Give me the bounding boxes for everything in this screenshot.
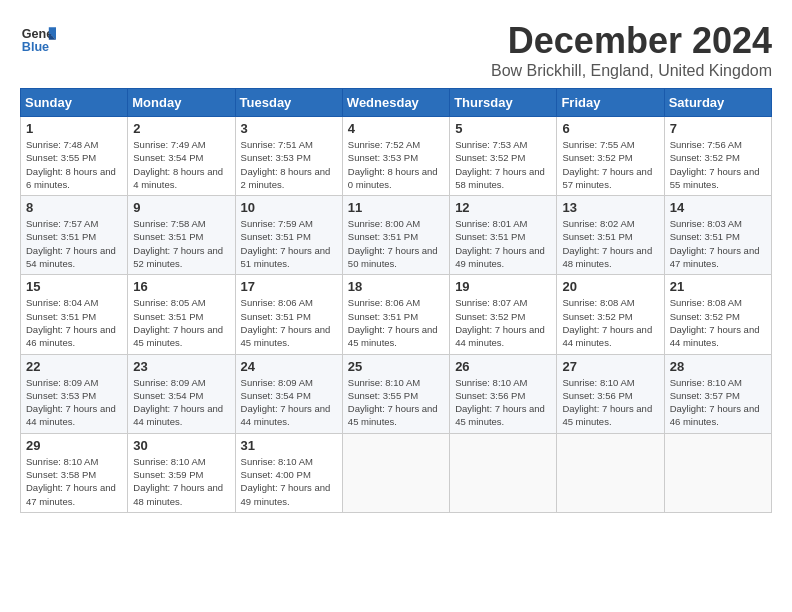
logo: General Blue <box>20 20 56 56</box>
sunset-label: Sunset: 3:52 PM <box>670 311 740 322</box>
calendar-cell: 31 Sunrise: 8:10 AM Sunset: 4:00 PM Dayl… <box>235 433 342 512</box>
calendar-cell: 22 Sunrise: 8:09 AM Sunset: 3:53 PM Dayl… <box>21 354 128 433</box>
calendar-cell: 18 Sunrise: 8:06 AM Sunset: 3:51 PM Dayl… <box>342 275 449 354</box>
day-number: 20 <box>562 279 658 294</box>
day-info: Sunrise: 8:06 AM Sunset: 3:51 PM Dayligh… <box>241 296 337 349</box>
calendar-header-row: SundayMondayTuesdayWednesdayThursdayFrid… <box>21 89 772 117</box>
day-info: Sunrise: 7:56 AM Sunset: 3:52 PM Dayligh… <box>670 138 766 191</box>
day-number: 10 <box>241 200 337 215</box>
calendar-cell: 1 Sunrise: 7:48 AM Sunset: 3:55 PM Dayli… <box>21 117 128 196</box>
calendar-cell: 20 Sunrise: 8:08 AM Sunset: 3:52 PM Dayl… <box>557 275 664 354</box>
day-info: Sunrise: 7:52 AM Sunset: 3:53 PM Dayligh… <box>348 138 444 191</box>
month-title: December 2024 <box>491 20 772 62</box>
col-header-sunday: Sunday <box>21 89 128 117</box>
daylight-label: Daylight: 8 hours and 0 minutes. <box>348 166 438 190</box>
sunrise-label: Sunrise: 7:58 AM <box>133 218 205 229</box>
day-info: Sunrise: 8:10 AM Sunset: 3:56 PM Dayligh… <box>455 376 551 429</box>
daylight-label: Daylight: 7 hours and 47 minutes. <box>26 482 116 506</box>
sunset-label: Sunset: 3:51 PM <box>670 231 740 242</box>
day-info: Sunrise: 7:53 AM Sunset: 3:52 PM Dayligh… <box>455 138 551 191</box>
daylight-label: Daylight: 7 hours and 55 minutes. <box>670 166 760 190</box>
daylight-label: Daylight: 7 hours and 51 minutes. <box>241 245 331 269</box>
day-number: 3 <box>241 121 337 136</box>
col-header-tuesday: Tuesday <box>235 89 342 117</box>
calendar-cell: 15 Sunrise: 8:04 AM Sunset: 3:51 PM Dayl… <box>21 275 128 354</box>
day-info: Sunrise: 8:10 AM Sunset: 3:55 PM Dayligh… <box>348 376 444 429</box>
day-info: Sunrise: 8:09 AM Sunset: 3:53 PM Dayligh… <box>26 376 122 429</box>
day-number: 1 <box>26 121 122 136</box>
calendar-cell: 10 Sunrise: 7:59 AM Sunset: 3:51 PM Dayl… <box>235 196 342 275</box>
calendar-cell: 8 Sunrise: 7:57 AM Sunset: 3:51 PM Dayli… <box>21 196 128 275</box>
day-number: 30 <box>133 438 229 453</box>
day-number: 16 <box>133 279 229 294</box>
day-info: Sunrise: 7:48 AM Sunset: 3:55 PM Dayligh… <box>26 138 122 191</box>
sunrise-label: Sunrise: 7:49 AM <box>133 139 205 150</box>
day-info: Sunrise: 8:08 AM Sunset: 3:52 PM Dayligh… <box>670 296 766 349</box>
sunrise-label: Sunrise: 8:00 AM <box>348 218 420 229</box>
day-info: Sunrise: 8:10 AM Sunset: 3:59 PM Dayligh… <box>133 455 229 508</box>
daylight-label: Daylight: 7 hours and 47 minutes. <box>670 245 760 269</box>
sunrise-label: Sunrise: 8:10 AM <box>348 377 420 388</box>
col-header-thursday: Thursday <box>450 89 557 117</box>
sunset-label: Sunset: 3:51 PM <box>133 231 203 242</box>
col-header-wednesday: Wednesday <box>342 89 449 117</box>
day-info: Sunrise: 8:03 AM Sunset: 3:51 PM Dayligh… <box>670 217 766 270</box>
daylight-label: Daylight: 7 hours and 54 minutes. <box>26 245 116 269</box>
calendar-cell: 5 Sunrise: 7:53 AM Sunset: 3:52 PM Dayli… <box>450 117 557 196</box>
day-number: 11 <box>348 200 444 215</box>
calendar-cell: 13 Sunrise: 8:02 AM Sunset: 3:51 PM Dayl… <box>557 196 664 275</box>
sunrise-label: Sunrise: 7:59 AM <box>241 218 313 229</box>
day-number: 19 <box>455 279 551 294</box>
sunset-label: Sunset: 3:57 PM <box>670 390 740 401</box>
sunrise-label: Sunrise: 7:53 AM <box>455 139 527 150</box>
sunrise-label: Sunrise: 8:10 AM <box>133 456 205 467</box>
sunset-label: Sunset: 3:52 PM <box>455 152 525 163</box>
daylight-label: Daylight: 7 hours and 44 minutes. <box>26 403 116 427</box>
sunset-label: Sunset: 3:54 PM <box>241 390 311 401</box>
calendar-week-2: 8 Sunrise: 7:57 AM Sunset: 3:51 PM Dayli… <box>21 196 772 275</box>
calendar-cell: 9 Sunrise: 7:58 AM Sunset: 3:51 PM Dayli… <box>128 196 235 275</box>
sunrise-label: Sunrise: 7:48 AM <box>26 139 98 150</box>
day-number: 21 <box>670 279 766 294</box>
daylight-label: Daylight: 7 hours and 57 minutes. <box>562 166 652 190</box>
daylight-label: Daylight: 7 hours and 45 minutes. <box>133 324 223 348</box>
day-info: Sunrise: 7:55 AM Sunset: 3:52 PM Dayligh… <box>562 138 658 191</box>
calendar-cell: 21 Sunrise: 8:08 AM Sunset: 3:52 PM Dayl… <box>664 275 771 354</box>
calendar-cell: 27 Sunrise: 8:10 AM Sunset: 3:56 PM Dayl… <box>557 354 664 433</box>
calendar-week-1: 1 Sunrise: 7:48 AM Sunset: 3:55 PM Dayli… <box>21 117 772 196</box>
daylight-label: Daylight: 7 hours and 45 minutes. <box>348 403 438 427</box>
sunset-label: Sunset: 3:55 PM <box>348 390 418 401</box>
calendar-cell: 14 Sunrise: 8:03 AM Sunset: 3:51 PM Dayl… <box>664 196 771 275</box>
sunset-label: Sunset: 3:58 PM <box>26 469 96 480</box>
day-number: 2 <box>133 121 229 136</box>
day-info: Sunrise: 8:06 AM Sunset: 3:51 PM Dayligh… <box>348 296 444 349</box>
daylight-label: Daylight: 7 hours and 58 minutes. <box>455 166 545 190</box>
sunset-label: Sunset: 3:51 PM <box>562 231 632 242</box>
calendar-cell <box>557 433 664 512</box>
day-info: Sunrise: 8:09 AM Sunset: 3:54 PM Dayligh… <box>133 376 229 429</box>
day-info: Sunrise: 7:59 AM Sunset: 3:51 PM Dayligh… <box>241 217 337 270</box>
daylight-label: Daylight: 7 hours and 48 minutes. <box>562 245 652 269</box>
sunset-label: Sunset: 3:51 PM <box>241 231 311 242</box>
daylight-label: Daylight: 7 hours and 45 minutes. <box>455 403 545 427</box>
daylight-label: Daylight: 7 hours and 49 minutes. <box>241 482 331 506</box>
sunrise-label: Sunrise: 7:52 AM <box>348 139 420 150</box>
sunrise-label: Sunrise: 8:03 AM <box>670 218 742 229</box>
sunrise-label: Sunrise: 7:57 AM <box>26 218 98 229</box>
daylight-label: Daylight: 7 hours and 44 minutes. <box>133 403 223 427</box>
calendar-cell: 25 Sunrise: 8:10 AM Sunset: 3:55 PM Dayl… <box>342 354 449 433</box>
sunset-label: Sunset: 3:55 PM <box>26 152 96 163</box>
calendar-week-4: 22 Sunrise: 8:09 AM Sunset: 3:53 PM Dayl… <box>21 354 772 433</box>
daylight-label: Daylight: 7 hours and 44 minutes. <box>455 324 545 348</box>
day-number: 24 <box>241 359 337 374</box>
day-info: Sunrise: 8:05 AM Sunset: 3:51 PM Dayligh… <box>133 296 229 349</box>
calendar-cell <box>664 433 771 512</box>
header: General Blue December 2024 Bow Brickhill… <box>20 20 772 80</box>
day-info: Sunrise: 8:10 AM Sunset: 3:58 PM Dayligh… <box>26 455 122 508</box>
day-number: 26 <box>455 359 551 374</box>
day-info: Sunrise: 8:10 AM Sunset: 4:00 PM Dayligh… <box>241 455 337 508</box>
sunset-label: Sunset: 3:53 PM <box>26 390 96 401</box>
calendar-cell: 19 Sunrise: 8:07 AM Sunset: 3:52 PM Dayl… <box>450 275 557 354</box>
day-number: 18 <box>348 279 444 294</box>
daylight-label: Daylight: 7 hours and 49 minutes. <box>455 245 545 269</box>
